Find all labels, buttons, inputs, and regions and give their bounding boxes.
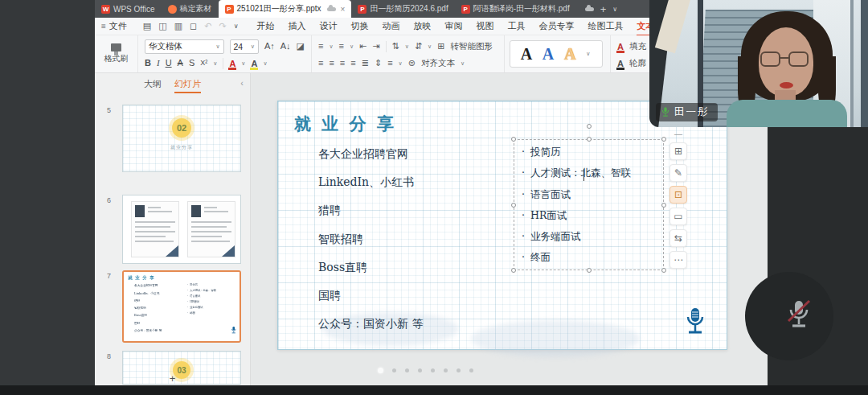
selection-handle[interactable] — [511, 137, 516, 142]
object-fill-icon[interactable]: ⊡ — [669, 186, 687, 204]
save-icon[interactable]: ▤ — [143, 22, 151, 31]
text-orientation-icon[interactable]: ⇵ — [415, 42, 422, 51]
list-item[interactable]: LinkedIn、小红书 — [318, 175, 423, 204]
slide-right-list[interactable]: ·投简历 ·人才测试：北森、智联 ·语言面试 ·HR面试 ·业务端面试 ·终面 — [514, 140, 663, 273]
pagination-dot[interactable] — [444, 368, 448, 372]
increase-indent-icon[interactable]: ⇥ — [372, 42, 379, 51]
menu-slideshow[interactable]: 放映 — [413, 19, 432, 34]
wordart-preset-blue[interactable]: A — [542, 46, 554, 62]
pagination-dot[interactable] — [457, 368, 461, 372]
tab-list-caret-icon[interactable]: ∨ — [612, 6, 617, 13]
text-direction-icon[interactable]: ⇅ — [392, 42, 399, 51]
menu-insert[interactable]: 插入 — [288, 19, 307, 34]
font-color-caret-icon[interactable]: ∨ — [241, 60, 245, 67]
underline-button[interactable]: U — [166, 59, 172, 68]
menu-animation[interactable]: 动画 — [382, 19, 401, 34]
file-menu-button[interactable]: ≡ 文件 — [95, 20, 135, 32]
collapse-panel-icon[interactable]: ‹ — [240, 78, 244, 88]
highlight-caret-icon[interactable]: ∨ — [263, 60, 267, 67]
pen-icon[interactable]: ✎ — [669, 164, 687, 182]
selection-handle[interactable] — [661, 268, 666, 273]
list-item[interactable]: 智联招聘 — [318, 232, 423, 261]
slide-pagination[interactable] — [378, 368, 473, 373]
muted-mic-icon[interactable] — [785, 299, 813, 331]
pagination-dot[interactable] — [431, 368, 435, 372]
pagination-dot[interactable] — [469, 368, 473, 372]
list-item[interactable]: 公众号：国资小新 等 — [318, 317, 423, 345]
tab-slides[interactable]: 幻灯片 — [174, 78, 201, 90]
slide-thumbnail-6[interactable] — [122, 195, 241, 264]
selection-handle[interactable] — [511, 268, 516, 273]
grow-font-button[interactable]: A↑ — [264, 42, 275, 51]
wordart-caret-icon[interactable]: ∨ — [586, 51, 590, 57]
align-left-icon[interactable]: ≡ — [318, 59, 323, 68]
clear-format-icon[interactable]: ◪ — [297, 42, 305, 51]
quickbar-caret-icon[interactable]: ∨ — [234, 23, 239, 30]
font-name-select[interactable]: 华文楷体∨ — [145, 39, 224, 54]
paragraph-spacing-icon[interactable]: ≡ — [387, 59, 392, 68]
rotate-handle[interactable] — [587, 124, 592, 129]
list-item[interactable]: 各大企业招聘官网 — [318, 147, 423, 175]
print-icon[interactable]: ▥ — [174, 22, 182, 31]
text-outline-icon[interactable]: A — [617, 59, 624, 68]
webcam-video[interactable]: 田一彤 — [649, 0, 868, 127]
tab-materials-pdf[interactable]: P 阿语翻译岗-田一彤材料.pdf — [455, 0, 576, 18]
align-text-caret-icon[interactable]: ∨ — [461, 60, 465, 67]
slide-title[interactable]: 就 业 分 享 — [294, 113, 396, 135]
add-slide-button[interactable]: + — [170, 372, 176, 385]
pagination-dot[interactable] — [392, 368, 396, 372]
text-fill-icon[interactable]: A — [617, 42, 624, 51]
bullets-icon[interactable]: ≡ — [318, 42, 323, 51]
align-text-icon[interactable]: ⊜ — [408, 59, 416, 68]
font-size-select[interactable]: 24∨ — [230, 39, 259, 54]
justify-icon[interactable]: ≡ — [350, 59, 355, 68]
pagination-dot[interactable] — [405, 368, 409, 372]
line-spacing-icon[interactable]: ⇕ — [375, 59, 382, 68]
tab-gaoding[interactable]: 稿定素材 — [162, 0, 219, 18]
menu-transitions[interactable]: 切换 — [350, 19, 370, 34]
menu-tools[interactable]: 工具 — [507, 19, 526, 34]
list-item[interactable]: ·人才测试：北森、智联 — [522, 167, 663, 187]
more-icon[interactable]: ⋯ — [669, 251, 687, 269]
align-center-icon[interactable]: ≡ — [329, 59, 334, 68]
list-item[interactable]: 国聘 — [318, 289, 423, 317]
smart-graphic-label[interactable]: 转智能图形 — [450, 41, 493, 52]
layers-icon[interactable]: ⊞ — [669, 142, 687, 160]
export-icon[interactable]: ◫ — [158, 22, 166, 31]
text-fill-label[interactable]: 填充 — [629, 41, 646, 52]
align-right-icon[interactable]: ≡ — [340, 59, 345, 68]
menu-home[interactable]: 开始 — [256, 19, 276, 34]
list-item[interactable]: Boss直聘 — [318, 261, 423, 289]
monitor-icon[interactable]: ▭ — [669, 208, 687, 225]
shadow-button[interactable]: S — [189, 59, 194, 68]
selection-handle[interactable] — [587, 137, 592, 142]
redo-icon[interactable]: ↷ — [219, 21, 226, 31]
tab-outline[interactable]: 大纲 — [144, 78, 162, 90]
list-item[interactable]: ·投简历 — [522, 146, 663, 167]
selection-handle[interactable] — [511, 203, 516, 208]
list-item[interactable]: 猎聘 — [318, 204, 423, 232]
tab-resume-pdf[interactable]: P 田一彤简历2024.6.pdf — [351, 0, 454, 18]
strikethrough-button[interactable]: A — [178, 59, 183, 68]
new-tab-button[interactable]: + — [600, 3, 607, 15]
distribute-icon[interactable]: ≣ — [362, 59, 369, 68]
script-caret-icon[interactable]: ∨ — [213, 60, 217, 67]
spacing-caret-icon[interactable]: ∨ — [399, 60, 403, 67]
shrink-font-button[interactable]: A↓ — [280, 42, 291, 51]
text-outline-label[interactable]: 轮廓 — [629, 58, 646, 69]
menu-membership[interactable]: 会员专享 — [538, 19, 575, 34]
menu-review[interactable]: 审阅 — [444, 19, 464, 34]
share-icon[interactable]: ◻ — [190, 22, 197, 31]
list-item[interactable]: ·语言面试 — [522, 188, 663, 209]
numbering-icon[interactable]: ≡ — [339, 42, 344, 51]
italic-button[interactable]: I — [157, 59, 160, 68]
list-item[interactable]: ·业务端面试 — [522, 230, 663, 251]
tab-wps-office[interactable]: W WPS Office — [95, 0, 162, 18]
wordart-preset-black[interactable]: A — [521, 46, 532, 62]
close-tab-icon[interactable]: × — [341, 5, 346, 14]
font-color-button[interactable]: A — [229, 59, 235, 68]
wordart-gallery[interactable]: A A A ∨ — [510, 40, 603, 68]
menu-drawing-tools[interactable]: 绘图工具 — [588, 19, 624, 34]
decrease-indent-icon[interactable]: ⇤ — [359, 42, 366, 51]
convert-shape-icon[interactable]: ⇆ — [669, 229, 687, 247]
